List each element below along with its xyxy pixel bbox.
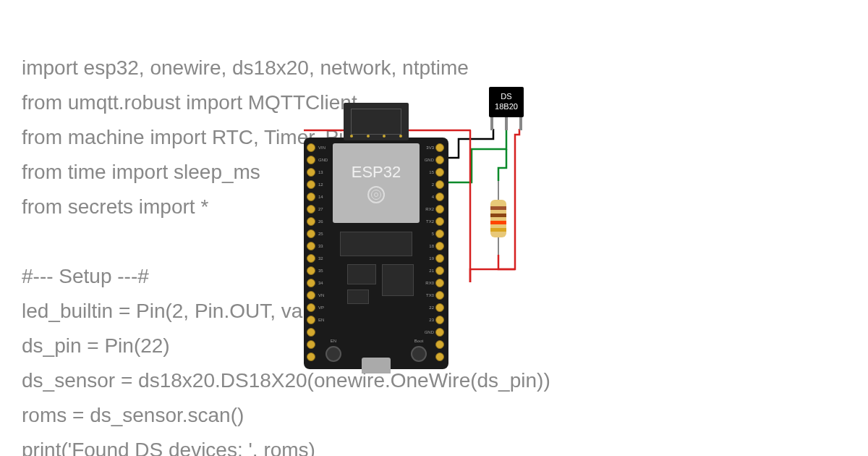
pullup-resistor (490, 200, 506, 237)
pin-label: 15 (429, 168, 434, 177)
gpio-pin (307, 291, 315, 300)
esp32-board: ESP32 VINGND13121427262533323534VNVPEN 3… (304, 138, 448, 369)
pin-label: RX2 (425, 205, 434, 214)
gpio-pin (307, 316, 315, 324)
pin-label: 26 (318, 217, 328, 226)
en-button (326, 346, 341, 362)
resistor-band (490, 206, 506, 210)
gpio-pin (435, 291, 444, 300)
en-button-label: EN (326, 339, 341, 343)
pin-label: GND (318, 156, 328, 164)
gpio-pin (307, 352, 315, 361)
code-line: #--- Setup ---# (22, 265, 149, 287)
boot-button-label: Boot (411, 339, 427, 343)
pin-label: EN (318, 316, 328, 324)
sensor-legs (490, 117, 522, 130)
pin-label: 2 (432, 180, 434, 189)
pin-label: 27 (318, 205, 328, 214)
pin-label: 32 (318, 254, 328, 263)
pin-label: TX2 (426, 217, 434, 226)
pin-label: GND (425, 156, 434, 164)
gpio-pin (435, 143, 444, 152)
gpio-pin (435, 254, 444, 263)
smd-chip (340, 232, 412, 256)
pin-label: 33 (318, 242, 328, 250)
code-line: from time import sleep_ms (22, 161, 260, 183)
pin-label: 12 (318, 180, 328, 189)
pin-label: 21 (429, 266, 434, 275)
code-line: import esp32, onewire, ds18x20, network,… (22, 56, 469, 79)
pin-label: 23 (429, 316, 434, 324)
resistor-band (490, 214, 506, 217)
gpio-pin (307, 156, 315, 164)
gpio-pin (307, 303, 315, 312)
resistor-band (490, 221, 506, 224)
sensor-pin-gnd (490, 117, 493, 130)
boot-button (411, 346, 427, 362)
gpio-pin (435, 303, 444, 312)
gpio-pin (307, 143, 315, 152)
pin-label: 3V3 (426, 143, 434, 152)
pin-label: VIN (318, 143, 328, 152)
gpio-pin (435, 266, 444, 275)
pin-labels-right: 3V3GND1524RX2TX25181921RX0TX02223GND (425, 143, 434, 361)
pin-label: 13 (318, 168, 328, 177)
gpio-pin (307, 193, 315, 201)
code-line: roms = ds_sensor.scan() (22, 404, 244, 426)
gpio-pin (435, 242, 444, 250)
gpio-pin (307, 229, 315, 238)
gpio-pin (435, 279, 444, 287)
gpio-pin (435, 205, 444, 214)
pin-label (318, 328, 328, 337)
pin-label: 34 (318, 279, 328, 287)
pin-label: TX0 (426, 291, 434, 300)
pin-header-right (435, 143, 446, 361)
esp32-shield: ESP32 (333, 143, 420, 223)
gpio-pin (435, 217, 444, 226)
sensor-pin-vdd (519, 117, 522, 130)
pin-label: VP (318, 303, 328, 312)
gpio-pin (435, 193, 444, 201)
gpio-pin (307, 180, 315, 189)
gpio-pin (435, 340, 444, 349)
pin-labels-left: VINGND13121427262533323534VNVPEN (318, 143, 328, 361)
gpio-pin (435, 156, 444, 164)
chip-label: ESP32 (352, 163, 401, 182)
gpio-pin (307, 266, 315, 275)
circuit-diagram: DS 18B20 ESP32 VINGND1312142726253332353… (304, 87, 535, 376)
pin-label: 4 (432, 193, 434, 201)
pin-label: VN (318, 291, 328, 300)
pin-label: 25 (318, 229, 328, 238)
gpio-pin (307, 205, 315, 214)
gpio-pin (435, 352, 444, 361)
pin-label: 19 (429, 254, 434, 263)
pin-label: 14 (318, 193, 328, 201)
wifi-antenna (344, 103, 409, 140)
micro-usb-port (362, 358, 391, 373)
gpio-pin (307, 254, 315, 263)
gpio-pin (307, 217, 315, 226)
gpio-pin (435, 328, 444, 337)
gpio-pin (307, 168, 315, 177)
gpio-pin (307, 279, 315, 287)
pin-label: 5 (432, 229, 434, 238)
smd-chip (382, 264, 414, 296)
pin-label: 35 (318, 266, 328, 275)
gpio-pin (435, 229, 444, 238)
gpio-pin (435, 168, 444, 177)
resistor-lead-top (498, 181, 499, 200)
sensor-pin-dq (505, 117, 508, 130)
gpio-pin (307, 328, 315, 337)
pin-label: 18 (429, 242, 434, 250)
gpio-pin (435, 316, 444, 324)
pin-label: GND (425, 328, 434, 337)
resistor-lead-bottom (498, 237, 499, 255)
pin-header-left (307, 143, 317, 361)
gpio-pin (307, 340, 315, 349)
gpio-pin (307, 242, 315, 250)
sensor-label-line2: 18B20 (492, 101, 521, 111)
espressif-logo-icon (367, 186, 385, 203)
gpio-pin (435, 180, 444, 189)
sensor-label-line1: DS (492, 91, 521, 101)
code-line: print('Found DS devices: ', roms) (22, 439, 315, 456)
